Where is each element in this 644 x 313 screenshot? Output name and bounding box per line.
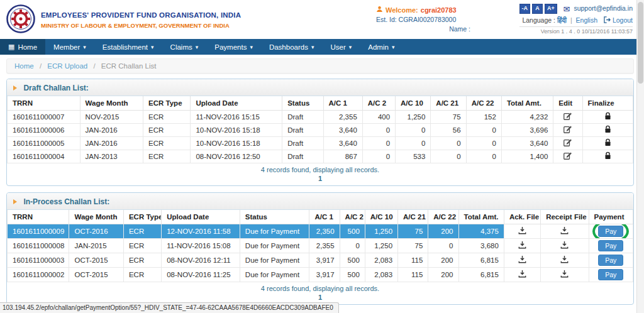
edit-icon[interactable] [564,112,572,122]
table-cell: 3,640 [323,124,362,137]
table-cell: 115 [398,253,428,268]
breadcrumb-home[interactable]: Home [14,62,34,70]
user-icon [376,6,383,14]
scrollbar[interactable] [636,0,644,313]
table-cell: 1601611000006 [8,124,80,137]
table-cell: 75 [398,224,428,239]
pay-button[interactable]: Pay [598,226,623,237]
inprocess-panel-header[interactable]: In-Process Challan List: [7,193,633,210]
pay-button[interactable]: Pay [598,255,623,266]
nav-item-dashboards[interactable]: Dashboards▾ [261,39,323,55]
font-normal-button[interactable]: A [532,4,543,14]
receipt-download-icon[interactable] [560,255,569,265]
icon-cell [582,150,633,163]
pay-button[interactable]: Pay [598,240,623,251]
finalize-lock-icon[interactable] [604,125,611,135]
table-cell: 200 [428,253,458,268]
draft-panel-header[interactable]: Draft Challan List: [7,79,633,96]
table-cell: 200 [428,268,458,282]
payment-cell: Pay [589,253,633,268]
breadcrumb-ecr-upload[interactable]: ECR Upload [47,62,87,70]
table-cell: 0 [396,137,431,150]
column-header: Upload Date [162,210,240,224]
ack-download-icon[interactable] [518,270,526,280]
edit-icon[interactable] [564,151,572,162]
nav-item-payments[interactable]: Payments▾ [206,39,261,55]
table-cell: JAN-2013 [80,150,143,163]
breadcrumb: Home / ECR Upload / ECR Challan List [6,58,634,74]
ack-download-icon[interactable] [518,255,526,265]
column-header: A/C 21 [398,210,428,224]
table-cell: NOV-2015 [80,111,143,124]
table-cell: 0 [362,150,395,163]
nav-item-establishment[interactable]: Establishment▾ [94,39,162,55]
column-header: Status [282,96,323,111]
table-cell: 08-NOV-2016 11:25 [162,268,240,282]
table-cell: ECR [123,253,161,268]
icon-cell [541,268,589,282]
table-cell: 867 [323,150,362,163]
support-email-link[interactable]: support@epfindia.in [574,4,633,12]
column-header: A/C 2 [340,210,365,224]
table-cell: 3,640 [323,137,362,150]
ack-download-icon[interactable] [518,241,526,251]
table-cell: 0 [396,124,431,137]
table-cell: 2,355 [309,239,340,253]
table-cell: ECR [123,239,161,253]
edit-icon[interactable] [564,138,572,148]
table-cell: 1601611000005 [8,137,80,150]
table-cell: 500 [340,224,365,239]
nav-item-member[interactable]: Member▾ [45,39,94,55]
logout-link[interactable]: Logout [613,16,633,24]
font-increase-button[interactable]: A+ [545,4,557,14]
column-header: A/C 22 [428,210,458,224]
scrollbar-thumb[interactable] [638,2,643,84]
icon-cell [553,111,582,124]
nav-item-user[interactable]: User▾ [322,39,360,55]
header-utilities: -A A A+ ✉ support@epfindia.in Language :… [519,4,633,35]
table-cell: Draft [282,150,323,163]
logout-icon [604,16,613,24]
receipt-download-icon[interactable] [560,270,569,280]
column-header: A/C 22 [466,96,501,111]
table-cell: 56 [431,124,466,137]
font-decrease-button[interactable]: -A [519,4,531,14]
nav-menu: ▦HomeMember▾Establishment▾Claims▾Payment… [0,39,644,55]
column-header: Edit [553,96,582,111]
column-header: Finalize [582,96,633,111]
table-row: 1601611000003OCT-2015ECR08-NOV-2016 12:1… [8,253,633,268]
pay-button[interactable]: Pay [598,269,623,280]
table-cell: 08-NOV-2016 12:11 [162,253,240,268]
ack-download-icon[interactable] [518,226,526,236]
mail-icon: ✉ [564,4,570,14]
table-row: 1601611000008JAN-2015ECR11-NOV-2016 15:0… [8,239,633,253]
welcome-label: Welcome: [386,6,418,14]
column-header: Payment [589,210,633,224]
draft-challan-table: TRRNWage MonthECR TypeUpload DateStatusA… [7,96,633,163]
table-cell: 500 [340,253,365,268]
welcome-block: Welcome: cgrai20783 Est. Id: CGRAI002078… [376,6,470,33]
table-header-row: TRRNWage MonthECR TypeUpload DateStatusA… [8,96,633,111]
finalize-lock-icon[interactable] [604,112,611,122]
finalize-lock-icon[interactable] [604,138,611,148]
table-row: 1601611000007NOV-2015ECR11-NOV-2016 15:1… [8,111,633,124]
language-english-link[interactable]: English [576,16,597,24]
edit-icon[interactable] [564,125,572,135]
nav-item-admin[interactable]: Admin▾ [360,39,402,55]
breadcrumb-current: ECR Challan List [101,62,157,70]
language-hindi-link[interactable]: हिंदी [557,16,567,24]
table-cell: 75 [431,111,466,124]
table-cell: 3,680 [458,239,504,253]
nav-item-home[interactable]: ▦Home [0,39,45,55]
finalize-lock-icon[interactable] [604,151,611,162]
brand: EMPLOYEES' PROVIDENT FUND ORGANISATION, … [6,4,241,36]
receipt-download-icon[interactable] [560,226,569,236]
column-header: Status [240,210,309,224]
nav-item-claims[interactable]: Claims▾ [162,39,207,55]
draft-panel-title: Draft Challan List: [23,84,88,92]
column-header: TRRN [8,96,80,111]
column-header: Receipt File [541,210,589,224]
receipt-download-icon[interactable] [560,241,569,251]
table-cell: ECR [143,150,191,163]
chevron-down-icon: ▾ [250,44,253,50]
